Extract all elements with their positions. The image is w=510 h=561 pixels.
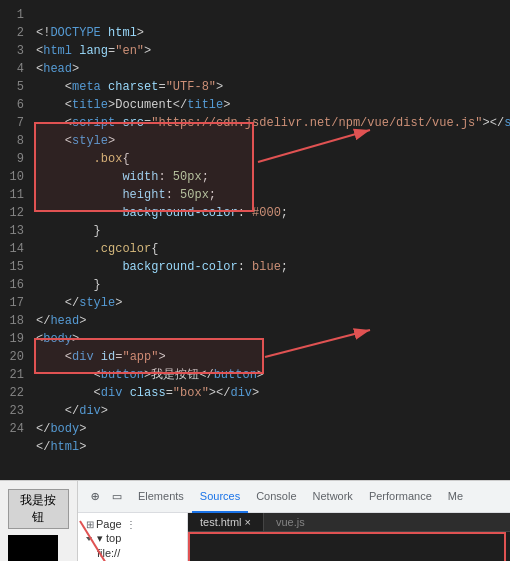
devtools-highlight-box <box>188 532 506 561</box>
expand-icon-top <box>86 537 92 541</box>
preview-black-box <box>8 535 58 561</box>
file-tabs-bar: test.html × vue.js <box>188 513 510 532</box>
tab-elements[interactable]: Elements <box>130 481 192 513</box>
devtools-main: ⊞ Page ⋮ ▾ top file:// <box>78 513 510 561</box>
cursor-icon[interactable]: ⊕ <box>86 488 104 506</box>
tab-more[interactable]: Me <box>440 481 471 513</box>
devtools-toolbar: ⊕ ▭ Elements Sources Console Network Per… <box>78 481 510 513</box>
editor-code: <!DOCTYPE html> <html lang="en"> <head> … <box>28 0 510 480</box>
top-editor: 123456789101112131415161718192021222324 … <box>0 0 510 480</box>
main-container: 123456789101112131415161718192021222324 … <box>0 0 510 561</box>
tab-performance[interactable]: Performance <box>361 481 440 513</box>
sidebar-file-label: file:// <box>97 547 120 559</box>
tab-console[interactable]: Console <box>248 481 304 513</box>
tab-sources[interactable]: Sources <box>192 481 248 513</box>
devtools-code-area: 9101112131415161718192021 .box{ width: 5… <box>188 532 510 561</box>
sidebar-page-label: Page <box>96 518 122 530</box>
tab-network[interactable]: Network <box>305 481 361 513</box>
mobile-icon[interactable]: ▭ <box>108 488 126 506</box>
devtools-sidebar: ⊞ Page ⋮ ▾ top file:// <box>78 513 188 561</box>
preview-button[interactable]: 我是按钮 <box>8 489 69 529</box>
line-numbers: 123456789101112131415161718192021222324 <box>0 0 28 480</box>
sidebar-more-icon: ⋮ <box>126 519 136 530</box>
file-tab-vue-js[interactable]: vue.js <box>264 513 317 531</box>
sidebar-file-protocol[interactable]: file:// <box>78 546 187 560</box>
devtools-pane: ⊕ ▭ Elements Sources Console Network Per… <box>78 481 510 561</box>
file-tab-test-html[interactable]: test.html × <box>188 513 264 531</box>
devtools-tabs: Elements Sources Console Network Perform… <box>130 481 471 513</box>
sidebar-top-label: ▾ top <box>97 532 121 545</box>
bottom-area: 我是按钮 ⊕ ▭ Element <box>0 480 510 561</box>
sidebar-page-header[interactable]: ⊞ Page ⋮ <box>78 517 187 531</box>
page-icon: ⊞ <box>86 519 94 530</box>
sidebar-top[interactable]: ▾ top <box>78 531 187 546</box>
preview-pane: 我是按钮 <box>0 481 78 561</box>
